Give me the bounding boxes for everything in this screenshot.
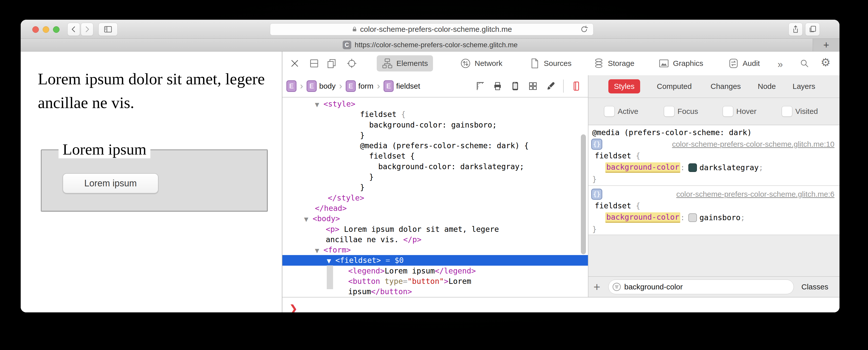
print-styles-button[interactable]: [493, 81, 503, 91]
code-token: {: [401, 110, 406, 119]
dom-node[interactable]: ancillae ne vis. </p>: [282, 234, 588, 245]
search-button[interactable]: [799, 58, 810, 69]
classes-button[interactable]: Classes: [801, 277, 828, 297]
active-tab[interactable]: C https://color-scheme-prefers-color-sch…: [343, 41, 518, 49]
element-picker-button[interactable]: [346, 58, 358, 69]
dom-node[interactable]: </head>: [282, 203, 588, 213]
devtools-tab-network[interactable]: Network: [455, 55, 507, 71]
sidebar-toggle-button[interactable]: [98, 23, 118, 36]
stylesheet-source-link[interactable]: color-scheme-prefers-color-scheme.glitch…: [676, 188, 834, 200]
dom-node[interactable]: <p> Lorem ipsum dolor sit amet, legere: [282, 224, 588, 234]
color-swatch[interactable]: [688, 213, 697, 222]
detach-window-button[interactable]: [326, 58, 337, 69]
breadcrumb-item-body[interactable]: Ebody: [307, 80, 336, 92]
dom-node[interactable]: background-color: darkslategray;: [282, 162, 588, 172]
element-badge-icon: E: [383, 80, 394, 92]
dom-node[interactable]: fieldset {: [282, 109, 588, 119]
audit-icon: [728, 58, 739, 69]
breadcrumb-item-fieldset[interactable]: Efieldset: [383, 80, 420, 92]
forward-button[interactable]: [81, 23, 93, 36]
dom-node-selected[interactable]: ▼<fieldset> = $0: [282, 255, 588, 265]
tab-overview-button[interactable]: [805, 23, 820, 36]
breadcrumb-label: body: [319, 82, 336, 90]
new-rule-button[interactable]: +: [593, 281, 600, 293]
stylesheet-source-link[interactable]: color-scheme-prefers-color-scheme.glitch…: [672, 138, 834, 150]
share-button[interactable]: [788, 23, 803, 36]
rule-property-line[interactable]: background-color:darkslategray;: [588, 162, 839, 174]
devtools-toolbar: ElementsNetworkSourcesStorageGraphicsAud…: [282, 52, 839, 75]
sidebar-tab-node[interactable]: Node: [752, 79, 781, 93]
code-token: <style>: [323, 99, 355, 108]
pseudo-toggle-visited[interactable]: Visited: [782, 98, 818, 125]
devtools-tab-storage[interactable]: Storage: [588, 55, 640, 71]
minimize-window-button[interactable]: [43, 26, 49, 33]
console-prompt-row[interactable]: ❯: [282, 297, 839, 312]
close-icon: [289, 58, 300, 69]
dom-node[interactable]: ▼<form>: [282, 245, 588, 255]
checkbox[interactable]: [782, 106, 792, 117]
dom-node[interactable]: ▼<body>: [282, 213, 588, 224]
dom-node[interactable]: }: [282, 130, 588, 140]
devtools-tab-label: Audit: [743, 59, 760, 68]
dom-node[interactable]: </style>: [282, 193, 588, 203]
dom-node[interactable]: background-color: gainsboro;: [282, 120, 588, 130]
css-rule-block: {}color-scheme-prefers-color-scheme.glit…: [588, 188, 839, 235]
checkbox[interactable]: [664, 106, 675, 117]
devtools-tab-audit[interactable]: Audit: [723, 55, 765, 71]
title-bar: color-scheme-prefers-color-scheme.glitch…: [21, 20, 839, 38]
window-content: Lorem ipsum dolor sit amet, legere ancil…: [21, 52, 839, 312]
pseudo-toggle-hover[interactable]: Hover: [723, 98, 756, 125]
reload-button[interactable]: [580, 25, 589, 34]
devtools-tab-sources[interactable]: Sources: [524, 55, 577, 71]
sidebar-tab-computed[interactable]: Computed: [651, 79, 697, 93]
filter-input[interactable]: background-color: [608, 280, 794, 294]
dock-layout-button[interactable]: [308, 58, 320, 69]
element-badge-icon: E: [307, 80, 317, 92]
color-swatch[interactable]: [688, 164, 697, 172]
more-tabs-button[interactable]: »: [774, 59, 786, 70]
devtools-tab-graphics[interactable]: Graphics: [653, 55, 708, 71]
device-mode-button[interactable]: [510, 81, 520, 91]
zoom-window-button[interactable]: [53, 26, 60, 33]
code-token: =: [403, 277, 407, 286]
dom-tree[interactable]: ▼<style>fieldset {background-color: gain…: [282, 97, 588, 297]
new-tab-button[interactable]: +: [813, 39, 839, 51]
close-window-button[interactable]: [32, 26, 39, 33]
pseudo-toggle-active[interactable]: Active: [604, 98, 639, 125]
url-field[interactable]: color-scheme-prefers-color-scheme.glitch…: [270, 23, 593, 35]
dom-node[interactable]: }: [282, 182, 588, 193]
rule-selector[interactable]: fieldset {: [588, 150, 839, 162]
pseudo-toggle-focus[interactable]: Focus: [664, 98, 698, 125]
code-token: "button": [407, 277, 444, 286]
page-button[interactable]: Lorem ipsum: [63, 173, 158, 194]
breadcrumb-item[interactable]: E: [286, 80, 297, 92]
sidebar-tab-changes[interactable]: Changes: [705, 79, 746, 93]
breadcrumb-item-form[interactable]: Eform: [346, 80, 373, 92]
dom-node[interactable]: ▼<style>: [282, 99, 588, 109]
devtools-tab-elements[interactable]: Elements: [377, 55, 433, 71]
grid-overlay-button[interactable]: [528, 81, 538, 91]
close-inspector-button[interactable]: [289, 58, 301, 69]
sidebar-tab-styles[interactable]: Styles: [608, 79, 640, 93]
ruler-toggle-button[interactable]: [475, 81, 485, 91]
dom-node[interactable]: fieldset {: [282, 151, 588, 161]
close-brace: }: [588, 174, 839, 185]
dom-node[interactable]: }: [282, 172, 588, 182]
dom-node[interactable]: @media (prefers-color-scheme: dark) {: [282, 140, 588, 151]
rule-property-line[interactable]: background-color:gainsboro;: [588, 212, 839, 224]
sidebar-tab-layers[interactable]: Layers: [787, 79, 821, 93]
code-token: </p>: [403, 235, 422, 244]
rule-selector[interactable]: fieldset {: [588, 200, 839, 212]
code-token: }: [360, 183, 365, 192]
checkbox[interactable]: [723, 106, 733, 117]
page-paragraph: Lorem ipsum dolor sit amet, legere ancil…: [38, 67, 278, 115]
checkbox[interactable]: [604, 106, 615, 117]
paint-flashing-button[interactable]: [546, 81, 556, 91]
dom-tree-scrollbar[interactable]: [581, 134, 586, 254]
checkbox-label: Active: [618, 107, 639, 116]
element-overlay-button[interactable]: [571, 81, 581, 91]
settings-button[interactable]: ⚙: [820, 57, 831, 68]
code-token: <fieldset>: [335, 256, 381, 265]
checkbox-label: Focus: [678, 107, 698, 116]
back-button[interactable]: [67, 23, 80, 36]
